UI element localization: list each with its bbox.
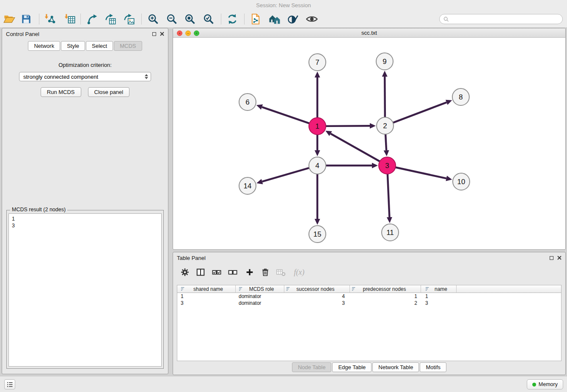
export-table-button[interactable] [103, 12, 118, 26]
network-node[interactable]: 8 [452, 88, 469, 105]
network-edge[interactable] [385, 134, 386, 150]
network-edge[interactable] [262, 168, 309, 182]
network-edge-arrow [370, 123, 376, 129]
optimization-criterion-select[interactable]: strongly connected component [19, 72, 151, 81]
save-session-button[interactable] [19, 12, 33, 26]
network-edge-arrow [315, 219, 320, 225]
zoom-selected-button[interactable] [201, 12, 216, 26]
network-node[interactable]: 6 [239, 94, 256, 110]
column-type-icon [239, 287, 243, 291]
task-history-button[interactable] [4, 379, 15, 389]
network-node[interactable]: 1 [309, 118, 326, 135]
table-panel-title: Table Panel [177, 255, 206, 261]
tab-edge-table[interactable]: Edge Table [332, 362, 372, 372]
delete-table-button[interactable] [275, 266, 287, 279]
network-node-label: 6 [245, 98, 249, 106]
network-node[interactable]: 15 [309, 226, 326, 243]
open-file-button[interactable] [2, 12, 17, 26]
cell-mcds-role[interactable]: dominator [236, 293, 284, 299]
network-edge[interactable] [262, 107, 309, 124]
tab-node-table[interactable]: Node Table [292, 362, 332, 372]
search-icon [443, 16, 449, 22]
column-type-icon [425, 287, 430, 291]
cell-successor-nodes[interactable]: 4 [284, 293, 350, 299]
network-node[interactable]: 11 [382, 224, 399, 241]
table-row[interactable]: 1 dominator 4 1 1 [177, 293, 561, 300]
column-header-successor-nodes[interactable]: successor nodes [284, 285, 350, 293]
network-node[interactable]: 14 [239, 177, 256, 194]
cell-name[interactable]: 1 [421, 293, 457, 299]
network-edge[interactable] [330, 134, 380, 162]
delete-column-button[interactable] [259, 266, 272, 279]
network-edge[interactable] [326, 126, 370, 126]
select-all-button[interactable] [210, 266, 223, 279]
float-panel-icon[interactable] [550, 256, 553, 260]
network-node[interactable]: 4 [309, 157, 326, 174]
import-table-button[interactable] [63, 12, 77, 26]
import-network-icon [44, 13, 56, 25]
network-node[interactable]: 7 [309, 54, 326, 71]
export-network-button[interactable] [85, 12, 99, 26]
tab-select[interactable]: Select [86, 41, 113, 51]
column-header-name[interactable]: name [421, 285, 457, 293]
create-column-button[interactable] [243, 266, 256, 279]
table-settings-button[interactable] [179, 266, 191, 279]
search-input[interactable] [451, 16, 559, 22]
network-node[interactable]: 10 [453, 173, 470, 190]
import-network-button[interactable] [43, 12, 57, 26]
network-edge-arrow [315, 72, 320, 77]
export-image-button[interactable] [122, 12, 136, 26]
table-row[interactable]: 3 dominator 3 2 3 [177, 300, 561, 306]
cell-shared-name[interactable]: 1 [177, 293, 236, 299]
close-panel-icon[interactable] [160, 32, 164, 36]
network-edge[interactable] [385, 77, 385, 117]
zoom-out-button[interactable] [165, 12, 179, 26]
network-canvas[interactable]: 7968124314101511 [173, 38, 565, 249]
cell-predecessor-nodes[interactable]: 2 [350, 300, 421, 306]
new-network-file-button[interactable] [248, 12, 263, 26]
close-panel-button[interactable]: Close panel [88, 87, 130, 97]
memory-button[interactable]: Memory [527, 379, 563, 389]
graphics-details-button[interactable] [286, 12, 300, 26]
network-node[interactable]: 9 [376, 53, 393, 70]
cell-successor-nodes[interactable]: 3 [284, 300, 350, 306]
network-node[interactable]: 3 [379, 157, 396, 174]
zoom-in-button[interactable] [146, 12, 160, 26]
network-edge[interactable] [396, 167, 446, 178]
tab-network[interactable]: Network [28, 41, 60, 51]
column-header-shared-name[interactable]: shared name [177, 285, 236, 293]
network-edge[interactable] [388, 174, 390, 217]
tab-motifs[interactable]: Motifs [420, 362, 446, 372]
function-builder-button[interactable]: f(x) [291, 266, 308, 279]
run-mcds-button[interactable]: Run MCDS [41, 87, 81, 97]
deselect-all-button[interactable] [226, 266, 239, 279]
apply-layout-button[interactable] [225, 12, 239, 26]
close-panel-icon[interactable] [557, 256, 561, 260]
search-box [439, 14, 563, 24]
first-neighbors-button[interactable] [267, 12, 282, 26]
zoom-fit-button[interactable] [183, 12, 197, 26]
network-edge[interactable] [393, 102, 447, 123]
column-header-mcds-role[interactable]: MCDS role [236, 285, 284, 293]
network-node-label: 8 [459, 93, 462, 101]
show-columns-button[interactable] [194, 266, 207, 279]
network-edge-arrow [256, 105, 263, 110]
mcds-result-list: 1 3 [8, 213, 162, 367]
control-panel: Control Panel Network Style Select MCDS … [2, 28, 168, 374]
network-node-label: 11 [386, 229, 394, 237]
cell-predecessor-nodes[interactable]: 1 [350, 293, 421, 299]
cell-shared-name[interactable]: 3 [177, 300, 236, 306]
tab-style[interactable]: Style [61, 41, 85, 51]
mcds-result-line: 1 [12, 215, 158, 222]
list-icon [7, 381, 13, 388]
column-header-predecessor-nodes[interactable]: predecessor nodes [350, 285, 421, 293]
network-node[interactable]: 2 [377, 117, 394, 134]
network-node-label: 10 [457, 178, 465, 186]
tab-network-table[interactable]: Network Table [372, 362, 419, 372]
cell-mcds-role[interactable]: dominator [236, 300, 284, 306]
cell-name[interactable]: 3 [421, 300, 457, 306]
show-hide-button[interactable] [305, 12, 319, 26]
tab-mcds[interactable]: MCDS [114, 41, 142, 51]
houses-icon [268, 13, 281, 25]
float-panel-icon[interactable] [152, 32, 156, 36]
